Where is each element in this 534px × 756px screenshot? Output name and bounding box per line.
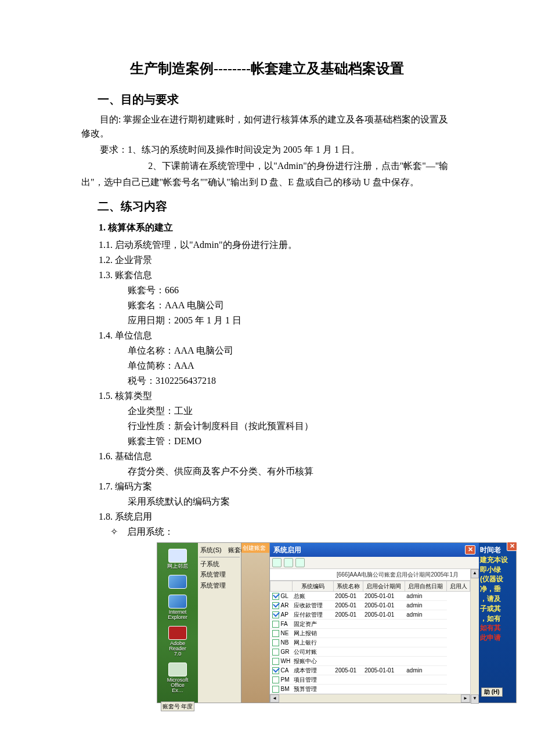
row-checkbox[interactable]	[272, 667, 279, 674]
item-1-6: 1.6. 基础信息	[99, 449, 453, 463]
cell-code: AR	[281, 602, 289, 609]
cell-u: admin	[405, 610, 446, 620]
cell-d	[363, 647, 405, 657]
row-checkbox[interactable]	[272, 649, 279, 656]
cell-u: admin	[405, 592, 446, 601]
cell-code: BM	[281, 686, 290, 692]
row-checkbox[interactable]	[272, 676, 279, 683]
outer-close-icon[interactable]: ✕	[507, 542, 517, 551]
exit-icon[interactable]	[295, 558, 305, 567]
help-icon[interactable]	[284, 558, 293, 567]
refresh-icon[interactable]	[272, 558, 282, 567]
desktop-icon-label: Microsoft Office Ex…	[166, 678, 189, 693]
cell-d	[363, 638, 405, 647]
item-1-3: 1.3. 账套信息	[99, 268, 453, 282]
requirement-2b: 出"，选中自己已建"帐套号名""确认"输出到 D 盘、E 盘或自己的移动 U 盘…	[81, 175, 453, 189]
cell-name: 网上报销	[292, 629, 333, 638]
row-checkbox[interactable]	[272, 630, 279, 637]
section-2-heading: 二、练习内容	[98, 197, 453, 215]
right-strip-line: 如有其	[480, 623, 515, 633]
item-1-3-b: 账套名：AAA 电脑公司	[128, 298, 453, 312]
desktop-icon-label: Adobe Reader 7.0	[166, 641, 189, 657]
vertical-scrollbar[interactable]: ▲ ▼	[470, 569, 479, 703]
table-row[interactable]: FA固定资产	[270, 620, 470, 629]
item-1-2: 1.2. 企业背景	[99, 253, 453, 267]
table-row[interactable]: CA成本管理2005-012005-01-01admin	[270, 666, 470, 675]
row-checkbox[interactable]	[272, 593, 279, 600]
item-1-7-a: 采用系统默认的编码方案	[128, 495, 453, 509]
menu-item[interactable]: 子系统	[199, 559, 240, 570]
menu-item[interactable]: 系统管理	[199, 569, 240, 580]
cell-p	[333, 638, 363, 647]
row-checkbox[interactable]	[272, 621, 279, 628]
system-grid: 系统编码系统名称启用会计期间启用自然日期启用人 GL总账2005-012005-…	[270, 580, 470, 694]
cell-name: 固定资产	[292, 620, 333, 629]
row-checkbox[interactable]	[272, 602, 279, 609]
item-1-3-c: 应用日期：2005 年 1 月 1 日	[128, 314, 453, 327]
cell-name: 应付款管理	[292, 610, 333, 620]
desktop-icon[interactable]: Adobe Reader 7.0	[166, 626, 189, 657]
help-button[interactable]: 助 (H)	[481, 687, 503, 697]
item-1-5-b: 行业性质：新会计制度科目（按此预置科目）	[128, 419, 453, 433]
desktop-icon-label: Internet Explorer	[166, 610, 189, 620]
cell-u	[405, 647, 446, 657]
right-strip-line: ，如有	[480, 614, 515, 624]
item-1-6-a: 存货分类、供应商及客户不分类、有外币核算	[128, 465, 453, 478]
desktop-icon[interactable]: 网上邻居	[166, 549, 189, 569]
cell-code: GR	[281, 649, 290, 655]
sysadmin-menu-panel: 系统(S) 账套(A) 子系统系统管理系统管理	[198, 543, 241, 703]
menu-item[interactable]: 系统管理	[199, 580, 240, 591]
dialog-title-text: 系统启用	[273, 545, 301, 555]
item-1-4-c: 税号：3102256437218	[128, 374, 453, 388]
cell-code: PM	[281, 676, 290, 683]
cell-code: NB	[281, 639, 289, 646]
close-icon[interactable]: ✕	[465, 545, 475, 555]
cell-u	[405, 638, 446, 647]
table-row[interactable]: AP应付款管理2005-012005-01-01admin	[270, 610, 470, 620]
right-text-strip: ✕ 时间老建充本设即小绿(仪器设净，垂，请及子或其，如有如有其此申请 助 (H)	[479, 543, 516, 703]
right-strip-line: 此申请	[480, 633, 515, 643]
cell-p: 2005-01	[333, 592, 363, 601]
row-checkbox[interactable]	[272, 611, 279, 618]
cell-p	[333, 657, 363, 666]
row-checkbox[interactable]	[272, 639, 279, 646]
cell-code: WH	[281, 658, 291, 664]
cell-name: 应收款管理	[292, 601, 333, 610]
desktop-icon[interactable]	[166, 575, 189, 589]
row-checkbox[interactable]	[272, 658, 279, 665]
cell-d: 2005-01-01	[363, 610, 405, 620]
right-strip-line: 即小绿	[480, 565, 515, 575]
item-1-8: 1.8. 系统启用	[99, 510, 453, 524]
subsection-1-heading: 1. 核算体系的建立	[99, 221, 453, 235]
right-strip-line: (仪器设	[480, 574, 515, 584]
desktop-icon[interactable]: Microsoft Office Ex…	[166, 663, 189, 693]
cell-code: AP	[281, 611, 288, 618]
cell-code: GL	[281, 593, 288, 599]
table-row[interactable]: NE网上报销	[270, 629, 470, 638]
document-title: 生产制造案例--------帐套建立及基础档案设置	[81, 58, 453, 79]
menubar[interactable]: 系统(S) 账套(A)	[199, 545, 240, 556]
item-1-8-a: ✧ 启用系统：	[110, 525, 453, 539]
table-row[interactable]: GL总账2005-012005-01-01admin	[270, 592, 470, 601]
cell-u: admin	[405, 601, 446, 610]
cell-name: 公司对账	[292, 647, 333, 657]
desktop-icon[interactable]: Internet Explorer	[166, 595, 189, 620]
column-header: 启用自然日期	[405, 581, 446, 592]
row-checkbox[interactable]	[272, 686, 279, 693]
table-row[interactable]: AR应收款管理2005-012005-01-01admin	[270, 601, 470, 610]
column-header: 系统名称	[333, 581, 363, 592]
table-row[interactable]: GR公司对账	[270, 647, 470, 657]
table-row[interactable]: PM项目管理	[270, 675, 470, 685]
cell-d: 2005-01-01	[363, 666, 405, 675]
cell-name: 项目管理	[292, 675, 333, 685]
cell-p	[333, 620, 363, 629]
create-account-button[interactable]: 创建账套	[241, 543, 269, 553]
table-row[interactable]: BM预算管理	[270, 685, 470, 694]
table-row[interactable]: WH报账中心	[270, 657, 470, 666]
item-1-1: 1.1. 启动系统管理，以"Admin"的身份进行注册。	[99, 238, 453, 252]
cell-u	[405, 685, 446, 694]
system-enable-dialog: 系统启用 ✕ [666]AAA电脑公司账套启用会计期间2005年1月 系统编码系…	[270, 543, 479, 703]
cell-p	[333, 675, 363, 685]
table-row[interactable]: NB网上银行	[270, 638, 470, 647]
horizontal-scrollbar[interactable]: ◄►	[270, 694, 470, 703]
